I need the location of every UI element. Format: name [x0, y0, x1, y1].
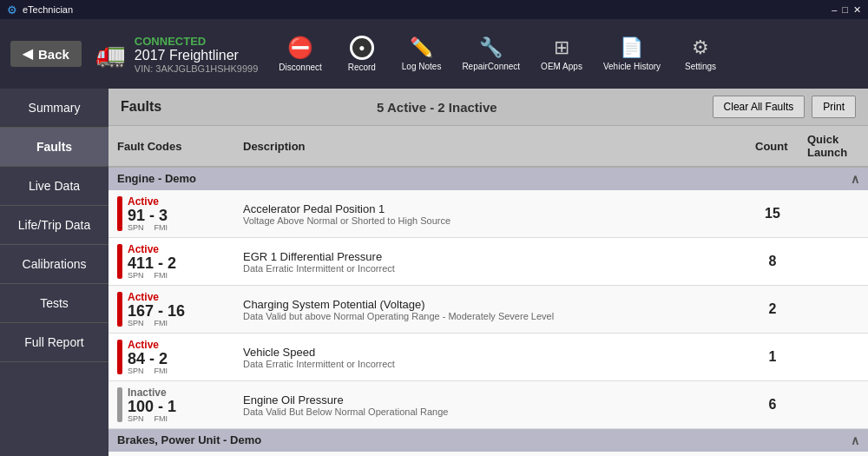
fault-status-bar [117, 340, 122, 374]
table-row: Active 91 - 3 SPN FMI Accelerator Pedal … [108, 190, 868, 238]
settings-icon: ⚙ [692, 36, 709, 59]
fault-desc-title: Vehicle Speed [243, 346, 738, 359]
fault-launch-cell [799, 334, 868, 381]
log-notes-button[interactable]: ✏️ Log Notes [395, 33, 449, 75]
fault-labels: SPN FMI [128, 223, 168, 232]
oem-apps-button[interactable]: ⊞ OEM Apps [534, 33, 589, 75]
wrench-icon: 🔧 [479, 36, 503, 59]
minimize-button[interactable]: – [832, 4, 837, 16]
settings-button[interactable]: ⚙ Settings [674, 33, 727, 75]
fault-count-cell: 2 [746, 286, 799, 334]
faults-header: Faults 5 Active - 2 Inactive Clear All F… [108, 89, 868, 126]
fault-count-cell: 1 [746, 334, 799, 381]
clear-all-faults-button[interactable]: Clear All Faults [713, 96, 806, 118]
fault-labels: SPN FMI [128, 319, 185, 327]
fault-launch-cell [799, 452, 868, 456]
col-count: Count [746, 126, 799, 167]
back-button[interactable]: ◀ Back [10, 41, 82, 67]
fault-launch-cell [799, 190, 868, 238]
fault-count-cell: 15 [746, 190, 799, 238]
fault-desc-title: EGR 1 Differential Pressure [243, 250, 738, 263]
fault-count-cell: 1 [746, 452, 799, 456]
fault-status-label: Active [128, 195, 168, 208]
title-bar: ⚙ eTechnician – □ ✕ [0, 0, 868, 19]
sidebar-item-summary[interactable]: Summary [0, 89, 108, 128]
disconnect-button[interactable]: ⛔ Disconnect [272, 32, 328, 76]
spn-label: SPN [128, 367, 144, 375]
table-header: Fault Codes Description Count Quick Laun… [108, 126, 868, 167]
app-icon: ⚙ [7, 3, 17, 17]
fault-code-details: Inactive 100 - 1 SPN FMI [128, 387, 176, 423]
grid-icon: ⊞ [554, 36, 569, 59]
fault-code-details: Active 84 - 2 SPN FMI [128, 339, 168, 375]
fault-code-cell: Active 84 - 2 SPN FMI [108, 334, 234, 381]
section-header-row: Engine - Demo ∧ [108, 167, 868, 190]
fault-number: 91 - 3 [128, 208, 168, 223]
fault-desc-sub: Data Valid But Below Normal Operational … [243, 406, 738, 417]
faults-actions: Clear All Faults Print [713, 96, 856, 118]
col-quick-launch: Quick Launch [799, 126, 868, 167]
section-collapse-button[interactable]: ∧ [851, 433, 859, 447]
spn-label: SPN [128, 319, 144, 327]
fmi-label: FMI [155, 367, 168, 375]
fault-labels: SPN FMI [128, 367, 168, 375]
fault-count-cell: 8 [746, 238, 799, 286]
spn-label: SPN [128, 414, 144, 423]
header: ◀ Back 🚛 CONNECTED 2017 Freightliner VIN… [0, 19, 868, 89]
section-name: Engine - Demo [117, 172, 196, 185]
fault-number: 100 - 1 [128, 399, 176, 414]
main-layout: Summary Faults Live Data Life/Trip Data … [0, 89, 868, 456]
sidebar-item-tests[interactable]: Tests [0, 284, 108, 323]
table-row: Active 167 - 16 SPN FMI Charging System … [108, 286, 868, 334]
sidebar-item-full-report[interactable]: Full Report [0, 323, 108, 362]
fault-count-cell: 6 [746, 381, 799, 429]
fault-code-details: Active 91 - 3 SPN FMI [128, 195, 168, 232]
fault-description-cell: Vehicle Speed Data Erratic Intermittent … [234, 334, 746, 381]
sidebar-item-faults[interactable]: Faults [0, 128, 108, 167]
truck-icon: 🚛 [95, 40, 126, 69]
fault-number: 84 - 2 [128, 351, 168, 367]
fault-desc-sub: Data Erratic Intermittent or Incorrect [243, 263, 738, 274]
fault-desc-title: Engine Oil Pressure [243, 393, 738, 406]
fmi-label: FMI [155, 223, 168, 232]
window-controls[interactable]: – □ ✕ [832, 4, 861, 16]
faults-table: Fault Codes Description Count Quick Laun… [108, 126, 868, 456]
vehicle-history-button[interactable]: 📄 Vehicle History [596, 33, 667, 75]
table-row: Active 411 - 2 SPN FMI EGR 1 Differentia… [108, 238, 868, 286]
disconnect-icon: ⛔ [287, 36, 313, 60]
sidebar-item-life-trip[interactable]: Life/Trip Data [0, 206, 108, 245]
fault-desc-sub: Data Erratic Intermittent or Incorrect [243, 359, 738, 369]
section-header-row: Brakes, Power Unit - Demo ∧ [108, 429, 868, 453]
close-button[interactable]: ✕ [853, 4, 861, 16]
sidebar-item-live-data[interactable]: Live Data [0, 167, 108, 206]
fault-code-cell: Active 91 - 3 SPN FMI [108, 190, 234, 238]
fault-description-cell: Vehicle Wheel Speeds Voltage < Normal [234, 452, 746, 456]
print-button[interactable]: Print [812, 96, 856, 118]
fault-description-cell: EGR 1 Differential Pressure Data Erratic… [234, 238, 746, 286]
section-collapse-button[interactable]: ∧ [851, 172, 859, 186]
col-description: Description [234, 126, 746, 167]
table-row: Active 84 - 2 SPN FMI Vehicle Speed Data… [108, 334, 868, 381]
fault-desc-sub: Voltage Above Normal or Shorted to High … [243, 215, 738, 226]
repair-connect-button[interactable]: 🔧 RepairConnect [455, 33, 527, 75]
fault-labels: SPN FMI [128, 414, 176, 423]
maximize-button[interactable]: □ [842, 4, 848, 16]
fault-number: 167 - 16 [128, 303, 185, 319]
fault-code-details: Active 411 - 2 SPN FMI [128, 243, 176, 280]
col-fault-codes: Fault Codes [108, 126, 234, 167]
section-name: Brakes, Power Unit - Demo [117, 433, 261, 446]
record-icon: ● [350, 36, 374, 60]
fault-code-cell: Inactive 100 - 1 SPN FMI [108, 381, 234, 429]
fault-code-cell: Active 167 - 16 SPN FMI [108, 286, 234, 334]
sidebar-item-calibrations[interactable]: Calibrations [0, 245, 108, 284]
table-row: Active 214 - 4 PID FMI Vehicle Wheel Spe… [108, 452, 868, 456]
spn-label: SPN [128, 223, 144, 232]
fault-launch-cell [799, 238, 868, 286]
back-arrow-icon: ◀ [23, 46, 33, 62]
fault-status-label: Inactive [128, 387, 176, 399]
record-button[interactable]: ● Record [336, 32, 388, 76]
table-row: Inactive 100 - 1 SPN FMI Engine Oil Pres… [108, 381, 868, 429]
fault-description-cell: Accelerator Pedal Position 1 Voltage Abo… [234, 190, 746, 238]
sidebar: Summary Faults Live Data Life/Trip Data … [0, 89, 108, 456]
vehicle-name: 2017 Freightliner [135, 48, 258, 63]
